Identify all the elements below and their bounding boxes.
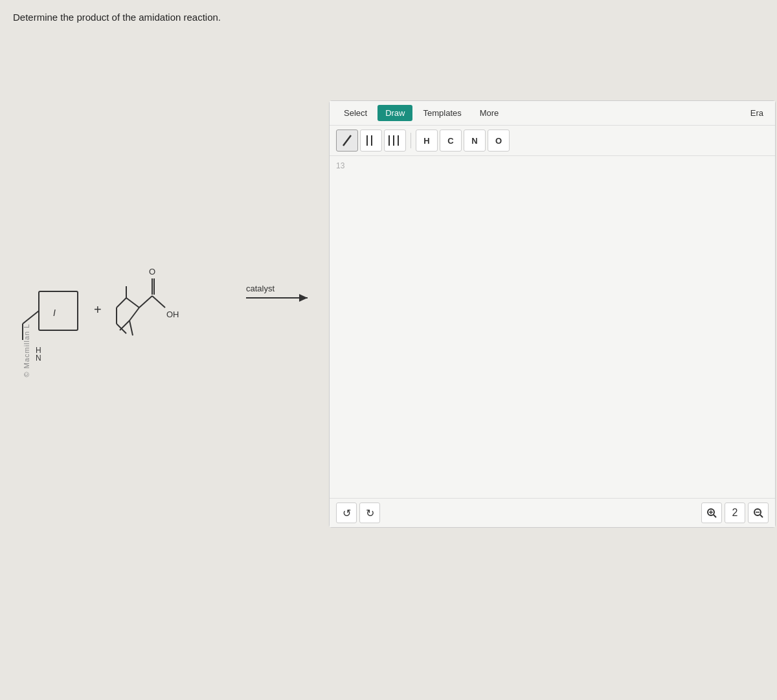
bond-atom-toolbar: H C N O — [330, 126, 775, 156]
question-text: Determine the product of the amidation r… — [13, 12, 221, 23]
redo-icon: ↻ — [366, 507, 374, 519]
draw-button[interactable]: Draw — [377, 105, 412, 121]
zoom-in-icon — [706, 508, 717, 518]
undo-icon: ↺ — [343, 507, 351, 519]
svg-line-10 — [139, 296, 152, 308]
svg-line-35 — [760, 515, 763, 517]
toolbar: Select Draw Templates More Era — [330, 101, 775, 126]
undo-button[interactable]: ↺ — [336, 502, 357, 523]
atom-N-button[interactable]: N — [464, 130, 486, 152]
svg-text:O: O — [149, 267, 155, 277]
more-button[interactable]: More — [472, 105, 507, 121]
templates-button[interactable]: Templates — [415, 105, 469, 121]
zoom-fit-button[interactable]: 2 — [725, 502, 745, 523]
draw-panel: Select Draw Templates More Era H — [329, 100, 776, 528]
svg-line-20 — [130, 321, 133, 335]
erase-label: Era — [745, 108, 769, 118]
zoom-group: 2 — [701, 502, 769, 523]
bottom-toolbar: ↺ ↻ 2 — [330, 498, 775, 527]
svg-line-18 — [130, 308, 139, 321]
separator-1 — [411, 133, 411, 148]
select-button[interactable]: Select — [336, 105, 375, 121]
triple-bond-button[interactable] — [384, 130, 406, 152]
reactant-molecules: H N I + O OH catalyst — [13, 240, 330, 382]
drawing-canvas[interactable]: 13 — [330, 156, 775, 498]
svg-text:catalyst: catalyst — [246, 284, 275, 293]
svg-line-13 — [126, 298, 139, 308]
svg-text:+: + — [94, 302, 102, 317]
double-bond-button[interactable] — [360, 130, 382, 152]
zoom-fit-label: 2 — [732, 507, 738, 519]
svg-text:N: N — [36, 354, 41, 363]
svg-line-14 — [117, 298, 126, 308]
atom-O-button[interactable]: O — [488, 130, 510, 152]
undo-redo-group: ↺ ↻ — [336, 502, 380, 523]
svg-text:I: I — [53, 308, 56, 318]
zoom-out-button[interactable] — [748, 502, 769, 523]
svg-line-3 — [23, 311, 39, 324]
zoom-out-icon — [753, 508, 763, 518]
svg-rect-0 — [39, 291, 78, 330]
canvas-number: 13 — [336, 161, 344, 170]
svg-line-19 — [120, 321, 130, 330]
svg-line-24 — [343, 135, 351, 146]
single-bond-button[interactable] — [336, 130, 358, 152]
atom-H-button[interactable]: H — [416, 130, 438, 152]
zoom-in-button[interactable] — [701, 502, 722, 523]
atom-C-button[interactable]: C — [440, 130, 462, 152]
svg-text:OH: OH — [166, 310, 179, 319]
svg-line-11 — [152, 296, 165, 308]
svg-marker-23 — [299, 294, 308, 302]
svg-line-31 — [714, 515, 716, 517]
redo-button[interactable]: ↻ — [359, 502, 380, 523]
